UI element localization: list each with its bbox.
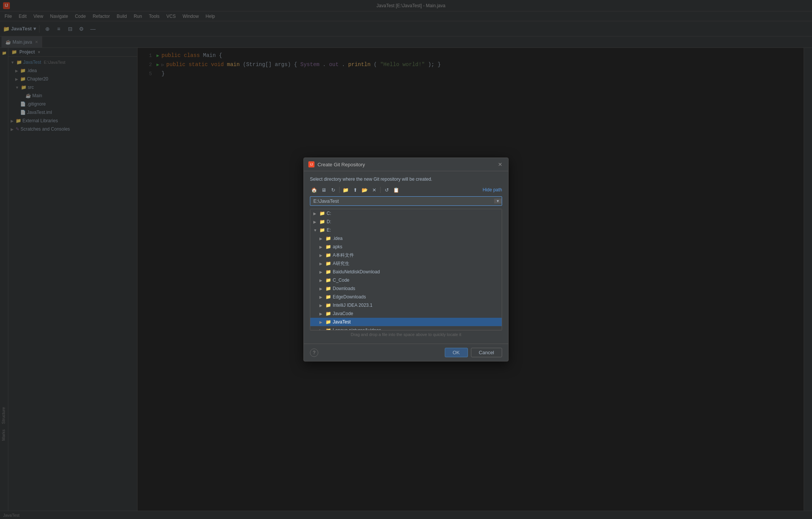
ftree-javatest-arrow: ▶	[319, 320, 324, 324]
dtb-copy-btn[interactable]: 📋	[392, 186, 400, 194]
ftree-c-folder-icon: 📁	[319, 211, 325, 216]
create-git-repository-dialog: IJ Create Git Repository ✕ Select direct…	[303, 158, 509, 361]
ftree-c-arrow: ▶	[313, 211, 318, 216]
ftree-javatest-folder-icon: 📁	[325, 319, 331, 325]
dtb-sep-1	[339, 187, 340, 193]
dialog-footer: ? OK Cancel	[304, 344, 508, 361]
dtb-undo-btn[interactable]: ↺	[382, 186, 391, 194]
ftree-idea-label: .idea	[333, 236, 343, 241]
ftree-d-label: D:	[327, 219, 331, 224]
ftree-edge-folder-icon: 📁	[325, 294, 331, 300]
ftree-bkwj-folder-icon: 📁	[325, 252, 331, 258]
dtb-sep-2	[380, 187, 381, 193]
ftree-apks-label: apks	[333, 244, 342, 249]
path-dropdown-btn[interactable]: ▾	[494, 199, 502, 203]
ftree-downloads-folder-icon: 📁	[325, 286, 331, 291]
ftree-javacode[interactable]: ▶ 📁 JavaCode	[310, 309, 502, 318]
dtb-new-folder-btn[interactable]: 📁	[341, 186, 350, 194]
ftree-yjs-folder-icon: 📁	[325, 261, 331, 266]
ftree-ccode-arrow: ▶	[319, 278, 324, 282]
ftree-e-label: E:	[327, 227, 331, 233]
ftree-baidu-label: BaiduNetdiskDownload	[333, 269, 380, 274]
file-tree-scroll[interactable]: ▶ 📁 C: ▶ 📁 D: ▼ 📁 E: ▶	[310, 209, 502, 330]
ftree-e[interactable]: ▼ 📁 E:	[310, 226, 502, 234]
ftree-edge-label: EdgeDownloads	[333, 294, 366, 300]
ftree-ccode-folder-icon: 📁	[325, 278, 331, 283]
path-input-wrap: ▾	[310, 196, 502, 206]
dialog-title-text: Create Git Repository	[318, 162, 494, 167]
dialog-app-icon: IJ	[308, 161, 314, 167]
ftree-apks-arrow: ▶	[319, 245, 324, 249]
ftree-idea2023-arrow: ▶	[319, 303, 324, 308]
ftree-d[interactable]: ▶ 📁 D:	[310, 218, 502, 226]
dtb-clear-btn[interactable]: ✕	[370, 186, 378, 194]
dtb-home-btn[interactable]: 🏠	[310, 186, 318, 194]
ftree-javacode-arrow: ▶	[319, 312, 324, 316]
drag-drop-hint: Drag and drop a file into the space abov…	[310, 330, 502, 338]
ftree-lenovo-arrow: ▶	[319, 328, 324, 331]
ftree-apks[interactable]: ▶ 📁 apks	[310, 243, 502, 251]
ftree-idea-folder-icon: 📁	[325, 236, 331, 241]
ftree-c-label: C:	[327, 211, 331, 216]
ftree-baidu-folder-icon: 📁	[325, 269, 331, 274]
ftree-idea[interactable]: ▶ 📁 .idea	[310, 234, 502, 243]
ftree-idea2023[interactable]: ▶ 📁 IntelliJ IDEA 2023.1	[310, 301, 502, 309]
ftree-javacode-folder-icon: 📁	[325, 311, 331, 316]
ftree-idea2023-label: IntelliJ IDEA 2023.1	[333, 303, 373, 308]
dtb-folder-close-btn[interactable]: 📂	[360, 186, 369, 194]
cancel-button[interactable]: Cancel	[471, 348, 502, 357]
ftree-yjs-label: A研究生	[333, 260, 349, 267]
ftree-d-arrow: ▶	[313, 220, 318, 224]
dialog-title-bar: IJ Create Git Repository ✕	[304, 158, 508, 171]
ftree-apks-folder-icon: 📁	[325, 244, 331, 249]
ftree-bkwj-label: A本科文件	[333, 252, 354, 259]
ftree-downloads-label: Downloads	[333, 286, 355, 291]
modal-overlay: IJ Create Git Repository ✕ Select direct…	[0, 0, 812, 519]
ftree-edge[interactable]: ▶ 📁 EdgeDownloads	[310, 293, 502, 301]
dialog-description: Select directory where the new Git repos…	[310, 177, 502, 182]
hide-path-btn[interactable]: Hide path	[483, 187, 502, 192]
ftree-idea2023-folder-icon: 📁	[325, 303, 331, 308]
dtb-refresh-btn[interactable]: ↻	[329, 186, 337, 194]
ftree-idea-arrow: ▶	[319, 237, 324, 241]
ftree-lenovo-folder-icon: 📁	[325, 328, 331, 330]
ftree-lenovo[interactable]: ▶ 📁 Lenovo pictures&videos	[310, 326, 502, 330]
ftree-edge-arrow: ▶	[319, 295, 324, 299]
ftree-lenovo-label: Lenovo pictures&videos	[333, 328, 381, 330]
ok-button[interactable]: OK	[445, 348, 468, 357]
ftree-ccode-label: C_Code	[333, 278, 349, 283]
dtb-desktop-btn[interactable]: 🖥	[319, 186, 328, 194]
ftree-javacode-label: JavaCode	[333, 311, 353, 316]
path-input[interactable]	[310, 197, 494, 205]
ftree-downloads-arrow: ▶	[319, 287, 324, 291]
dialog-close-btn[interactable]: ✕	[497, 161, 504, 168]
ftree-c[interactable]: ▶ 📁 C:	[310, 209, 502, 218]
ftree-baidu[interactable]: ▶ 📁 BaiduNetdiskDownload	[310, 268, 502, 276]
ftree-javatest[interactable]: ▶ 📁 JavaTest	[310, 318, 502, 326]
ftree-e-folder-icon: 📁	[319, 227, 325, 233]
ftree-e-arrow: ▼	[313, 228, 318, 232]
ftree-bkwj-arrow: ▶	[319, 253, 324, 257]
ftree-yjs-arrow: ▶	[319, 262, 324, 266]
dialog-toolbar: 🏠 🖥 ↻ 📁 ⬆ 📂 ✕ ↺ 📋 Hide path	[310, 186, 502, 194]
dtb-up-btn[interactable]: ⬆	[351, 186, 359, 194]
ftree-yjs[interactable]: ▶ 📁 A研究生	[310, 259, 502, 268]
ftree-ccode[interactable]: ▶ 📁 C_Code	[310, 276, 502, 284]
dialog-body: Select directory where the new Git repos…	[304, 171, 508, 344]
ftree-d-folder-icon: 📁	[319, 219, 325, 224]
ftree-downloads[interactable]: ▶ 📁 Downloads	[310, 284, 502, 293]
help-button[interactable]: ?	[310, 349, 318, 357]
ftree-baidu-arrow: ▶	[319, 270, 324, 274]
ftree-bkwj[interactable]: ▶ 📁 A本科文件	[310, 251, 502, 259]
ftree-javatest-label: JavaTest	[333, 319, 351, 325]
